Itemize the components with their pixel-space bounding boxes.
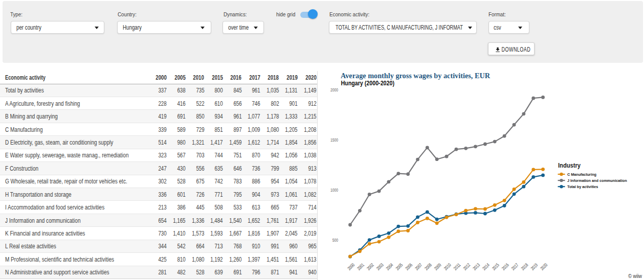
svg-text:2012: 2012 (462, 262, 471, 271)
svg-text:1500: 1500 (330, 137, 338, 143)
svg-text:500: 500 (332, 237, 338, 243)
svg-text:C Manufacturing: C Manufacturing (567, 172, 596, 177)
svg-text:2002: 2002 (366, 262, 375, 271)
svg-text:© wiiw: © wiiw (628, 273, 642, 279)
svg-text:2008: 2008 (424, 262, 433, 271)
svg-text:2018: 2018 (520, 262, 529, 271)
svg-text:2009: 2009 (433, 262, 442, 271)
svg-text:2005: 2005 (394, 262, 404, 271)
svg-text:2015: 2015 (491, 262, 500, 271)
svg-text:2017: 2017 (510, 262, 519, 271)
svg-text:Total by activities: Total by activities (567, 184, 598, 189)
svg-text:2011: 2011 (452, 262, 461, 271)
svg-text:2020: 2020 (539, 262, 548, 271)
svg-text:2007: 2007 (414, 262, 423, 271)
svg-text:2010: 2010 (442, 262, 452, 271)
svg-text:2014: 2014 (481, 262, 491, 271)
svg-text:1000: 1000 (330, 187, 338, 193)
svg-text:2000: 2000 (346, 262, 356, 271)
svg-text:2016: 2016 (500, 262, 509, 271)
svg-text:2003: 2003 (375, 262, 384, 271)
svg-text:2004: 2004 (385, 262, 394, 271)
svg-text:J Information and communicatio: J Information and communication (567, 178, 627, 183)
svg-text:Average monthly gross wages by: Average monthly gross wages by activitie… (341, 72, 490, 80)
svg-text:2000: 2000 (330, 87, 338, 92)
svg-text:2006: 2006 (404, 262, 413, 271)
svg-text:2001: 2001 (356, 262, 365, 271)
svg-text:2013: 2013 (472, 262, 481, 271)
svg-text:Hungary (2000-2020): Hungary (2000-2020) (341, 80, 394, 87)
svg-text:Industry: Industry (558, 162, 581, 169)
svg-text:2019: 2019 (529, 262, 539, 271)
